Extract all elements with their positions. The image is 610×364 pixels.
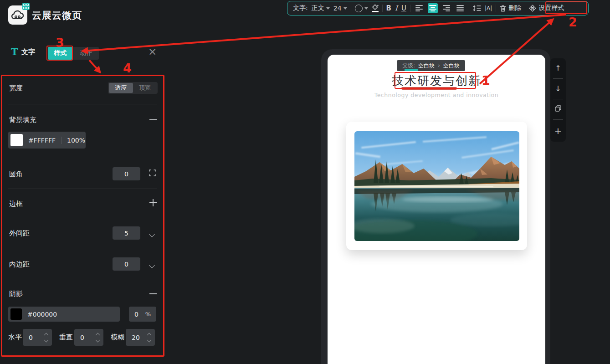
brand-title: 云展云微页 [32,9,82,22]
divider [8,218,157,218]
toolbar-divider [382,5,383,12]
move-down-button[interactable]: ↓ [555,85,561,92]
shadow-horizontal-stepper[interactable]: 0 [23,329,52,346]
breadcrumb-active-indicator [405,69,418,71]
delete-label: 删除 [508,4,521,12]
divider [8,104,157,104]
color-swatch[interactable] [10,134,23,146]
add-block-button[interactable]: + [554,126,562,135]
background-color-chip[interactable]: #FFFFFF 100% [8,132,86,149]
step-down-icon[interactable] [44,338,49,342]
duplicate-button[interactable] [555,105,561,113]
chevron-down-icon[interactable] [150,230,157,237]
shadow-color-chip[interactable]: #000000 [8,307,120,322]
underline-button[interactable]: U [401,4,406,12]
breadcrumb-child[interactable]: 空白块 [443,62,460,70]
stepper-value: 0 [29,334,45,341]
page-subtitle-text[interactable]: Technology development and innovation [328,92,545,98]
chevron-down-icon [343,7,347,10]
divider [8,249,157,249]
step-up-icon[interactable] [147,333,152,337]
app-root: 云展云微页 文字: 正文 24 B I U [0,0,610,364]
cloud-logo-icon [11,10,25,20]
font-family-value: 正文 [312,4,324,12]
breadcrumb-prefix: 父级: [402,62,415,70]
fill-bucket-icon [372,4,379,10]
toolbar-divider [525,5,525,12]
width-full-button[interactable]: 顶宽 [133,83,157,93]
line-height-icon [473,5,481,11]
shadow-horizontal-label: 水平 [8,333,22,342]
panel-title: 文字 [21,48,35,56]
font-family-dropdown[interactable]: 正文 [312,4,330,12]
toolbar-divider [496,5,496,12]
add-border-plus-icon[interactable] [149,199,157,206]
set-style-button[interactable]: 设置样式 [529,4,564,12]
breadcrumb-parent[interactable]: 空白块 [418,62,435,70]
expand-corners-icon[interactable] [149,169,156,176]
text-format-toolbar: 文字: 正文 24 B I U [287,1,589,15]
background-color-value: #FFFFFF [28,137,56,144]
tab-action[interactable]: 动作 [73,47,99,60]
shadow-color-value: #000000 [27,311,57,318]
divider [8,189,157,189]
color-ring-icon [355,5,363,12]
width-fit-button[interactable]: 适应 [109,83,133,93]
letter-spacing-button[interactable]: |A| [485,5,492,11]
shadow-vertical-stepper[interactable]: 0 [74,329,103,346]
align-center-button[interactable] [428,3,438,13]
step-down-icon[interactable] [147,338,152,342]
step-up-icon[interactable] [44,333,49,337]
landscape-image [354,131,519,241]
font-size-dropdown[interactable]: 24 [333,5,347,12]
divider [553,99,563,99]
radius-label: 圆角 [9,170,23,179]
padding-input[interactable]: 0 [113,257,140,271]
background-fill-label: 背景填充 [9,116,36,124]
align-justify-button[interactable] [455,3,465,13]
tab-style[interactable]: 样式 [48,47,72,60]
toolbar-divider [410,5,410,12]
shadow-blur-stepper[interactable]: 20 [126,329,155,346]
chevron-down-icon [364,7,368,10]
breadcrumb-separator: › [438,62,440,69]
set-style-label: 设置样式 [538,4,564,12]
annotation-number-4: 4 [123,61,132,75]
width-toggle-group: 适应 顶宽 [108,82,158,94]
align-left-button[interactable] [414,3,424,13]
shadow-opacity-field[interactable]: 0 % [129,307,156,322]
margin-input[interactable]: 5 [113,226,140,240]
shadow-vertical-label: 垂直 [59,333,73,342]
style-diamonds-icon [529,5,536,12]
bold-button[interactable]: B [386,4,391,12]
divider [8,279,157,279]
toolbar-divider [351,5,351,12]
shadow-blur-label: 模糊 [111,333,124,342]
collapse-minus-icon[interactable] [149,293,157,294]
radius-input[interactable]: 0 [113,167,140,180]
collapse-minus-icon[interactable] [149,119,157,120]
step-up-icon[interactable] [96,333,100,337]
delete-button[interactable]: 删除 [500,4,521,12]
text-type-icon: T [11,46,18,57]
app-logo[interactable] [8,5,27,25]
line-height-button[interactable] [473,5,481,11]
close-icon[interactable]: × [148,46,157,57]
align-right-button[interactable] [441,3,451,13]
chevron-down-icon [326,7,330,10]
shadow-label: 阴影 [9,290,23,298]
text-color-dropdown[interactable] [355,5,368,12]
page-title-text[interactable]: 技术研发与创新 [328,73,545,89]
image-block[interactable] [346,122,527,250]
stepper-value: 20 [132,334,148,341]
logo-badge-icon [22,3,30,10]
color-swatch[interactable] [10,308,22,320]
step-down-icon[interactable] [96,338,100,342]
divider [553,78,563,79]
trash-icon [500,5,506,12]
margin-label: 外间距 [9,229,30,238]
highlight-color-button[interactable] [372,4,379,12]
chevron-down-icon[interactable] [150,261,157,268]
italic-button[interactable]: I [395,4,398,12]
move-up-button[interactable]: ↑ [555,65,561,72]
